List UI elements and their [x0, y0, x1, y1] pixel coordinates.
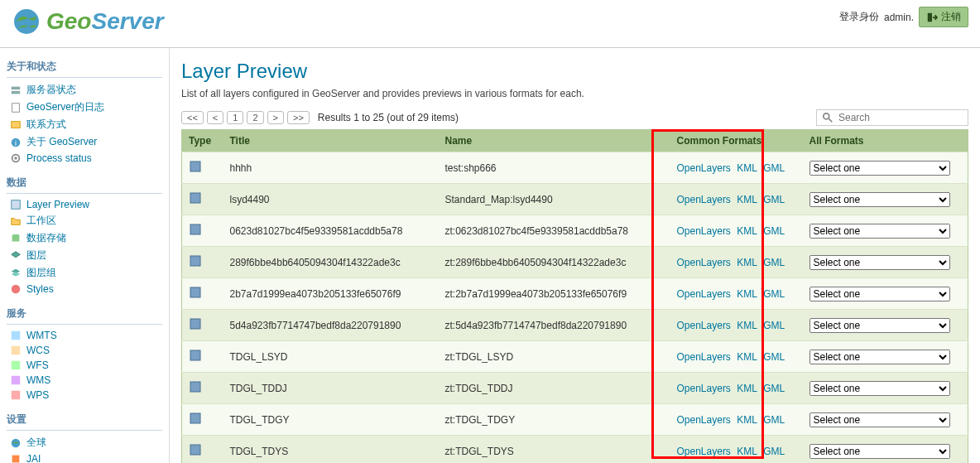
- sidebar-item-label[interactable]: Layer Preview: [26, 199, 89, 210]
- openlayers-link[interactable]: OpenLayers: [677, 446, 731, 457]
- svg-point-13: [12, 285, 21, 294]
- sidebar-item[interactable]: 服务器状态: [7, 81, 162, 99]
- sidebar-item[interactable]: Styles: [7, 282, 162, 297]
- kml-link[interactable]: KML: [737, 446, 757, 457]
- logout-button[interactable]: 注销: [919, 7, 968, 27]
- kml-link[interactable]: KML: [737, 383, 757, 394]
- openlayers-link[interactable]: OpenLayers: [677, 194, 731, 205]
- format-select[interactable]: Select one: [809, 255, 950, 270]
- sidebar-item-label[interactable]: WFS: [26, 359, 49, 371]
- kml-link[interactable]: KML: [737, 288, 757, 300]
- format-select[interactable]: Select one: [809, 161, 950, 176]
- gml-link[interactable]: GML: [763, 414, 785, 426]
- sidebar-item-label[interactable]: 联系方式: [26, 118, 66, 132]
- sidebar-item[interactable]: WFS: [7, 358, 162, 373]
- openlayers-link[interactable]: OpenLayers: [677, 351, 731, 363]
- sidebar-item-label[interactable]: Styles: [26, 283, 54, 295]
- format-select[interactable]: Select one: [809, 350, 950, 364]
- kml-link[interactable]: KML: [737, 225, 757, 237]
- openlayers-link[interactable]: OpenLayers: [677, 162, 731, 174]
- format-select[interactable]: Select one: [809, 381, 950, 396]
- gml-link[interactable]: GML: [763, 383, 785, 394]
- sidebar-item-label[interactable]: WMTS: [26, 330, 57, 341]
- name-cell: Standard_Map:lsyd4490: [439, 184, 670, 215]
- sidebar-item[interactable]: JAI: [7, 451, 162, 463]
- pager-first[interactable]: <<: [181, 111, 204, 124]
- gml-link[interactable]: GML: [763, 288, 785, 300]
- common-formats-cell: OpenLayers KML GML: [670, 152, 803, 184]
- pager-prev[interactable]: <: [207, 111, 223, 124]
- polygon-icon: [189, 223, 202, 236]
- openlayers-link[interactable]: OpenLayers: [677, 288, 731, 300]
- pager-last[interactable]: >>: [287, 111, 310, 124]
- format-select[interactable]: Select one: [809, 412, 950, 427]
- kml-link[interactable]: KML: [737, 351, 757, 363]
- sidebar-item-label[interactable]: JAI: [26, 453, 41, 463]
- sidebar-item[interactable]: GeoServer的日志: [7, 99, 162, 116]
- sidebar-item[interactable]: 工作区: [7, 212, 162, 229]
- col-type[interactable]: Type: [182, 130, 223, 152]
- sidebar-item-label[interactable]: WPS: [26, 389, 49, 401]
- sidebar-item[interactable]: WCS: [7, 343, 162, 358]
- sidebar-item[interactable]: WPS: [7, 388, 162, 403]
- gml-link[interactable]: GML: [763, 225, 785, 237]
- col-all[interactable]: All Formats: [803, 130, 968, 152]
- kml-link[interactable]: KML: [737, 257, 757, 268]
- sidebar-item[interactable]: WMTS: [7, 328, 162, 343]
- sidebar-item[interactable]: Layer Preview: [7, 197, 162, 212]
- pager-page-2[interactable]: 2: [247, 111, 263, 124]
- openlayers-link[interactable]: OpenLayers: [677, 257, 731, 268]
- openlayers-link[interactable]: OpenLayers: [677, 383, 731, 394]
- sidebar-item-label[interactable]: WMS: [26, 374, 50, 386]
- sidebar-item-label[interactable]: 全球: [26, 436, 46, 450]
- sidebar-item[interactable]: 图层: [7, 247, 162, 264]
- format-select[interactable]: Select one: [809, 318, 950, 333]
- format-select[interactable]: Select one: [809, 444, 950, 459]
- col-title[interactable]: Title: [223, 130, 439, 152]
- title-cell: 5d4a923fb7714747bedf8da220791890: [223, 310, 439, 341]
- search-box[interactable]: [816, 109, 968, 126]
- gml-link[interactable]: GML: [763, 351, 785, 363]
- sidebar-item[interactable]: i关于 GeoServer: [7, 133, 162, 151]
- sidebar-item-label[interactable]: WCS: [26, 345, 50, 356]
- sidebar-item[interactable]: 联系方式: [7, 116, 162, 133]
- format-select[interactable]: Select one: [809, 287, 950, 301]
- table-row: TDGL_TDYSzt:TDGL_TDYSOpenLayers KML GMLS…: [182, 436, 968, 464]
- kml-link[interactable]: KML: [737, 162, 757, 174]
- sidebar-item[interactable]: 数据存储: [7, 229, 162, 247]
- gml-link[interactable]: GML: [763, 446, 785, 457]
- folder-icon: [10, 215, 22, 227]
- sidebar-item-label[interactable]: 图层: [26, 248, 46, 263]
- format-select[interactable]: Select one: [809, 192, 950, 207]
- sidebar-item[interactable]: 图层组: [7, 264, 162, 282]
- pager-page-1[interactable]: 1: [227, 111, 243, 124]
- sidebar-item-label[interactable]: GeoServer的日志: [26, 100, 104, 114]
- sidebar-item-label[interactable]: 工作区: [26, 214, 56, 228]
- openlayers-link[interactable]: OpenLayers: [677, 320, 731, 331]
- gml-link[interactable]: GML: [763, 320, 785, 331]
- sidebar-item-label[interactable]: 数据存储: [26, 231, 66, 245]
- logo[interactable]: GeoServer: [12, 7, 164, 36]
- gml-link[interactable]: GML: [763, 257, 785, 268]
- sidebar-item[interactable]: WMS: [7, 373, 162, 388]
- sidebar-item[interactable]: 全球: [7, 434, 162, 451]
- format-select[interactable]: Select one: [809, 224, 950, 239]
- sidebar-item-label[interactable]: 关于 GeoServer: [26, 135, 97, 149]
- kml-link[interactable]: KML: [737, 414, 757, 426]
- pager-next[interactable]: >: [267, 111, 284, 124]
- openlayers-link[interactable]: OpenLayers: [677, 225, 731, 237]
- kml-link[interactable]: KML: [737, 320, 757, 331]
- search-input[interactable]: [838, 112, 963, 123]
- sidebar-group-title: 数据: [7, 172, 162, 194]
- openlayers-link[interactable]: OpenLayers: [677, 414, 731, 426]
- sidebar-item-label[interactable]: 服务器状态: [26, 83, 76, 97]
- sidebar-item-label[interactable]: 图层组: [26, 266, 56, 280]
- kml-link[interactable]: KML: [737, 194, 757, 205]
- gml-link[interactable]: GML: [763, 162, 785, 174]
- col-name[interactable]: Name: [439, 130, 670, 152]
- gml-link[interactable]: GML: [763, 194, 785, 205]
- sidebar-item-label[interactable]: Process status: [26, 152, 92, 164]
- username: admin.: [884, 12, 914, 23]
- col-common[interactable]: Common Formats: [670, 130, 803, 152]
- sidebar-item[interactable]: Process status: [7, 151, 162, 166]
